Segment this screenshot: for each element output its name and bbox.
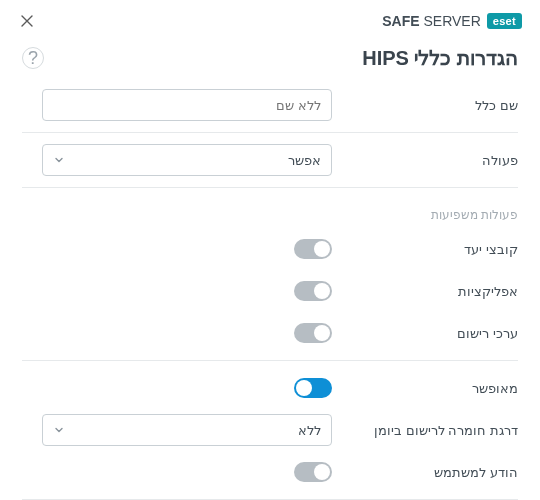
enabled-label: מאופשר bbox=[348, 381, 518, 396]
chevron-down-icon bbox=[53, 154, 65, 166]
severity-select-value: ללא bbox=[65, 423, 321, 438]
divider bbox=[22, 360, 518, 361]
action-label: פעולה bbox=[348, 153, 518, 168]
rule-name-label: שם כלל bbox=[348, 98, 518, 113]
applications-label: אפליקציות bbox=[348, 284, 518, 299]
page-title: הגדרות כללי HIPS bbox=[362, 46, 518, 70]
brand-badge: eset bbox=[487, 13, 522, 29]
brand-text: SAFE SERVER bbox=[382, 13, 481, 29]
action-select[interactable]: אפשר bbox=[42, 144, 332, 176]
brand-logo: eset SAFE SERVER bbox=[382, 13, 522, 29]
registry-label: ערכי רישום bbox=[348, 326, 518, 341]
notify-toggle[interactable] bbox=[294, 462, 332, 482]
rule-name-input[interactable] bbox=[42, 89, 332, 121]
affecting-ops-subtitle: פעולות משפיעות bbox=[22, 194, 518, 228]
divider bbox=[22, 187, 518, 188]
enabled-toggle[interactable] bbox=[294, 378, 332, 398]
divider bbox=[22, 132, 518, 133]
close-icon[interactable] bbox=[18, 12, 36, 30]
chevron-down-icon bbox=[53, 424, 65, 436]
action-select-value: אפשר bbox=[65, 153, 321, 168]
severity-label: דרגת חומרה לרישום ביומן bbox=[348, 423, 518, 438]
notify-label: הודע למשתמש bbox=[348, 465, 518, 480]
applications-toggle[interactable] bbox=[294, 281, 332, 301]
target-files-label: קובצי יעד bbox=[348, 242, 518, 257]
target-files-toggle[interactable] bbox=[294, 239, 332, 259]
severity-select[interactable]: ללא bbox=[42, 414, 332, 446]
registry-toggle[interactable] bbox=[294, 323, 332, 343]
help-icon[interactable]: ? bbox=[22, 47, 44, 69]
